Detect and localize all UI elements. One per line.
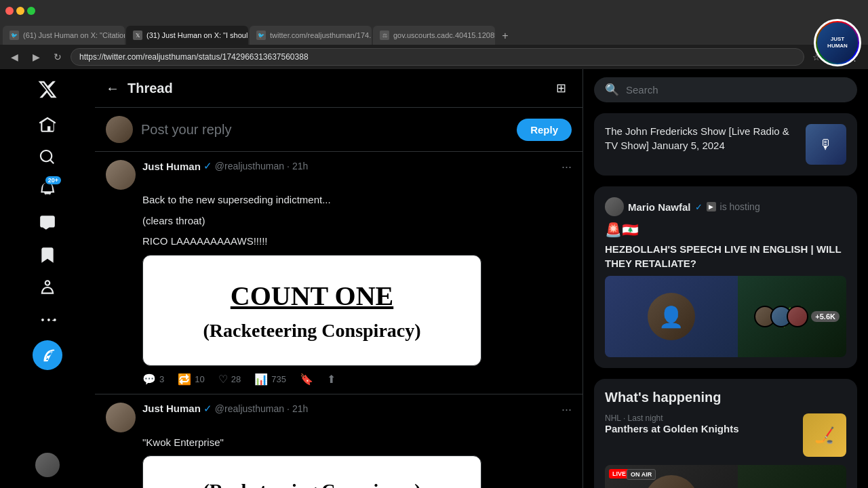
nav-messages[interactable]	[33, 207, 62, 237]
notification-badge: 20+	[45, 176, 61, 184]
toggle-column-icon[interactable]: ⊞	[550, 77, 572, 99]
live-stream-box[interactable]: 👤 🌿 LIVE ON AIR Op... Fo...	[605, 465, 846, 488]
tab-label-3: twitter.com/realjusthuman/174...	[270, 31, 372, 39]
live-stream-thumbnail[interactable]: 👤 🌿 LIVE ON AIR	[605, 465, 846, 488]
tweet-dot-2: ·	[287, 403, 290, 414]
twitter-sidebar: 20+	[0, 69, 95, 488]
tweet-author-name-1: Just Human	[142, 161, 201, 172]
twitter-logo[interactable]	[33, 75, 62, 104]
retweet-icon-1: 🔁	[178, 373, 191, 386]
live-card-content: The John Fredericks Show [Live Radio & T…	[605, 124, 846, 165]
profile-circle[interactable]: JUSTHUMAN	[814, 19, 861, 66]
share-action-1[interactable]: ⬆	[327, 373, 336, 386]
count-one-subtitle: (Racketeering Conspiracy)	[203, 317, 420, 345]
browser-tab-1[interactable]: 🐦 (61) Just Human on X: "Citations: Atl.…	[3, 26, 125, 45]
comment-action-1[interactable]: 💬 3	[142, 373, 164, 386]
trending-item-1-text: NHL · Last night Panthers at Golden Knig…	[605, 413, 796, 434]
tweet-more-1[interactable]: ···	[561, 160, 572, 174]
like-action-1[interactable]: ♡ 28	[218, 373, 241, 386]
attendees-count: +5.6K	[811, 311, 840, 322]
views-action-1[interactable]: 📊 735	[254, 373, 286, 386]
host-verified-badge: ✓	[695, 202, 703, 212]
tab-favicon-3: 🐦	[256, 30, 266, 40]
tweet-handle-1: @realjusthuman	[215, 161, 284, 171]
host-name: Mario Nawfal	[628, 201, 691, 213]
compose-avatar-image	[106, 116, 133, 143]
refresh-nav-button[interactable]: ↻	[49, 48, 66, 66]
tweet-author-name-2: Just Human	[142, 403, 201, 414]
nav-more[interactable]	[33, 305, 62, 335]
on-air-badge: ON AIR	[627, 469, 656, 480]
tweet-handle-2: @realjusthuman	[215, 403, 284, 414]
reply-button[interactable]: Reply	[517, 119, 572, 141]
live-card-text: The John Fredericks Show [Live Radio & T…	[605, 124, 799, 152]
recording-icon: ▶	[707, 202, 716, 211]
tab-label-4: gov.uscourts.cadc.40415.1208584119...	[393, 31, 495, 39]
compose-button[interactable]	[33, 340, 62, 370]
retweet-action-1[interactable]: 🔁 10	[178, 373, 204, 386]
nav-notifications[interactable]: 20+	[33, 175, 62, 205]
back-nav-button[interactable]: ◀	[5, 48, 23, 66]
nav-home[interactable]	[33, 110, 62, 140]
browser-chrome: 🐦 (61) Just Human on X: "Citations: Atl.…	[0, 0, 868, 69]
tweet-author-row-2: Just Human ✓ @realjusthuman · 21h	[142, 403, 555, 415]
live-show-card[interactable]: The John Fredericks Show [Live Radio & T…	[594, 113, 857, 176]
new-tab-button[interactable]: +	[496, 27, 514, 45]
verified-badge-2: ✓	[203, 403, 212, 415]
comment-count-1: 3	[159, 374, 164, 384]
back-button[interactable]: ←	[106, 81, 119, 96]
nav-profile[interactable]	[33, 272, 62, 302]
tweet-time-1: 21h	[292, 161, 308, 171]
browser-tab-2[interactable]: 𝕏 (31) Just Human on X: "I should... ✕	[126, 26, 248, 45]
compose-placeholder-text[interactable]: Post your reply	[141, 122, 509, 138]
nav-explore[interactable]	[33, 142, 62, 172]
tweet-content-1: Back to the new superseding indictment..…	[106, 192, 572, 366]
tab-label-2: (31) Just Human on X: "I should...	[146, 31, 248, 39]
whats-happening-title: What's happening	[605, 390, 846, 405]
reply-compose-area: Post your reply Reply	[95, 108, 583, 152]
tweet-text-2: "Kwok Enterprise"	[142, 435, 572, 451]
hosting-thumbnail[interactable]: 👤 🌿 +5.6K	[605, 276, 846, 357]
thread-scroll-area[interactable]: Post your reply Reply Just Human ✓ @real…	[95, 108, 583, 488]
user-avatar-nav[interactable]	[35, 453, 60, 477]
retweet-count-1: 10	[195, 374, 204, 384]
tweet-image-2: (Racketeering Conspiracy)	[142, 455, 481, 488]
tweet-avatar-1[interactable]	[106, 160, 136, 190]
tweet-dot-1: ·	[287, 161, 290, 171]
search-icon: 🔍	[605, 83, 619, 97]
tweet-item-1[interactable]: Just Human ✓ @realjusthuman · 21h ··· Ba…	[95, 152, 583, 394]
tweet-image-1: COUNT ONE (Racketeering Conspiracy)	[142, 255, 481, 366]
like-icon-1: ♡	[218, 373, 228, 386]
compose-avatar	[106, 116, 133, 143]
tweet-image-inner-2: (Racketeering Conspiracy)	[189, 456, 434, 488]
tweet-actions-1: 💬 3 🔁 10 ♡ 28 📊 735	[106, 373, 572, 386]
browser-tab-3[interactable]: 🐦 twitter.com/realjusthuman/174... ✕	[250, 26, 372, 45]
nav-bookmarks[interactable]	[33, 240, 62, 270]
tweet-item-2[interactable]: Just Human ✓ @realjusthuman · 21h ··· "K…	[95, 394, 583, 489]
maximize-window-btn[interactable]	[27, 7, 35, 15]
trending-image-1[interactable]: 🏒	[803, 413, 846, 457]
share-icon-1: ⬆	[327, 373, 336, 386]
thread-column: ← Thread ⊞ Post your reply Reply	[95, 69, 583, 488]
comment-icon-1: 💬	[142, 373, 156, 386]
forward-nav-button[interactable]: ▶	[27, 48, 45, 66]
search-input[interactable]	[626, 84, 846, 96]
search-bar[interactable]: 🔍	[594, 77, 857, 102]
tweet-image-subtitle-2: (Racketeering Conspiracy)	[203, 476, 420, 488]
minimize-window-btn[interactable]	[16, 7, 24, 15]
browser-tab-4[interactable]: ⚖ gov.uscourts.cadc.40415.1208584119... …	[373, 26, 495, 45]
verified-badge-1: ✓	[203, 160, 212, 172]
tweet-time-2: 21h	[292, 403, 308, 414]
tab-favicon-2: 𝕏	[133, 30, 142, 40]
hosting-label: is hosting	[720, 201, 760, 212]
address-input[interactable]	[71, 48, 804, 66]
bookmark-action-1[interactable]: 🔖	[300, 373, 313, 386]
live-card-thumbnail[interactable]: 🎙	[806, 124, 846, 165]
close-window-btn[interactable]	[5, 7, 14, 15]
tweet-more-2[interactable]: ···	[561, 403, 572, 417]
tab-favicon-1: 🐦	[9, 30, 19, 40]
tweet-content-2: "Kwok Enterprise" (Racketeering Conspira…	[106, 435, 572, 489]
hosting-card[interactable]: Mario Nawfal ✓ ▶ is hosting 🚨🇱🇧 HEZBOLLA…	[594, 186, 857, 368]
tweet-avatar-2[interactable]	[106, 403, 136, 432]
trending-item-1[interactable]: NHL · Last night Panthers at Golden Knig…	[605, 413, 846, 457]
